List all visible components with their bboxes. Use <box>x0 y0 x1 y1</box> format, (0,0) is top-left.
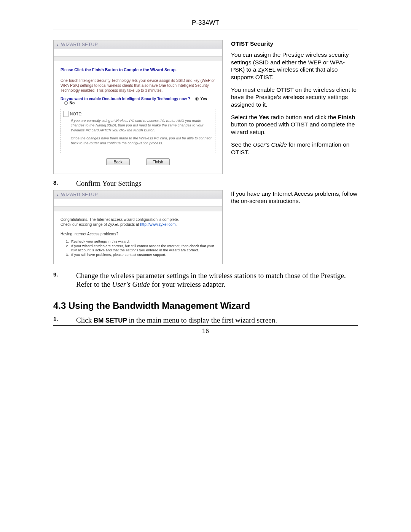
confirm-side-text: If you have any Internet Access problems… <box>231 190 358 205</box>
wizard2-li2: 2.If your wizard entries are correct, bu… <box>61 244 215 252</box>
s431-pre: Click <box>76 316 94 324</box>
otist-p4-pre: See the <box>231 141 253 148</box>
wizard2-line2: Check our exciting range of ZyXEL produc… <box>61 222 215 227</box>
radio-yes[interactable] <box>195 97 199 101</box>
s431-bold: BM SETUP <box>94 317 127 324</box>
page-number: 16 <box>0 328 411 335</box>
wizard1-subbar2 <box>54 57 222 61</box>
wizard2-problems: Having Internet Access problems? <box>61 232 215 236</box>
opt-yes-label: Yes <box>201 97 207 101</box>
otist-p3-mid: radio button and click the <box>269 114 338 120</box>
note-text-2: Once the changes have been made to the W… <box>71 136 212 146</box>
step-9-text: Change the wireless parameter settings i… <box>76 271 358 289</box>
wizard2-titlebar: ▸WIZARD SETUP <box>54 190 222 199</box>
wizard1-title: WIZARD SETUP <box>61 42 98 47</box>
wizard-setup-panel-1: ▸WIZARD SETUP Please Click the Finish Bu… <box>53 40 223 174</box>
wizard2-line1: Congratulations. The Internet access wiz… <box>61 217 215 222</box>
step-9: 9. Change the wireless parameter setting… <box>53 271 358 289</box>
radio-no[interactable] <box>64 101 68 105</box>
wizard2-li1: 1.Recheck your settings in this wizard. <box>61 239 215 243</box>
step-8-title: Confirm Your Settings <box>76 179 142 188</box>
otist-p2: You must enable OTIST on the wireless cl… <box>231 86 358 108</box>
note-label: NOTE: <box>70 112 212 117</box>
footer-rule <box>53 325 358 326</box>
wizard2-li3: 3.If you still have problems, please con… <box>61 252 215 257</box>
wizard2-list: 1.Recheck your settings in this wizard. … <box>61 239 215 257</box>
wizard1-subbar <box>54 49 222 57</box>
wizard1-headline: Please Click the Finish Button to Comple… <box>61 67 215 72</box>
otist-p3-pre: Select the <box>231 114 259 120</box>
step9-post: for your wireless adapter. <box>150 280 225 288</box>
wizard1-note: NOTE: If you are currently using a Wirel… <box>61 109 215 153</box>
step-4-3-1-text: Click BM SETUP in the main menu to displ… <box>76 316 358 325</box>
otist-p3-yes: Yes <box>259 114 269 120</box>
otist-p1: You can assign the Prestige wireless sec… <box>231 51 358 81</box>
back-button[interactable]: Back <box>106 158 130 165</box>
otist-p3-post: button to proceed with OTIST and complet… <box>231 121 355 135</box>
wizard2-subbar <box>54 199 222 207</box>
step-8-number: 8. <box>53 179 76 188</box>
finish-button[interactable]: Finish <box>146 158 170 165</box>
step-9-number: 9. <box>53 271 76 289</box>
wizard1-question-row: Do you want to enable One-touch Intellig… <box>61 97 215 105</box>
header-rule <box>53 29 358 29</box>
wizard2-subbar2 <box>54 207 222 211</box>
caret-icon: ▸ <box>57 43 59 47</box>
otist-p3-finish: Finish <box>338 114 355 120</box>
otist-p4: See the User's Guide for more informatio… <box>231 141 358 156</box>
step-8: 8. Confirm Your Settings <box>53 179 358 188</box>
otist-heading: OTIST Security <box>231 40 358 47</box>
otist-p4-ital: User's Guide <box>253 141 287 148</box>
caret-icon: ▸ <box>57 193 59 197</box>
note-text-1: If you are currently using a Wireless PC… <box>71 118 212 133</box>
wizard1-titlebar: ▸WIZARD SETUP <box>54 40 222 49</box>
wizard1-desc: One-touch Intelligent Security Technolog… <box>61 78 215 93</box>
page-header-model: P-334WT <box>53 19 358 27</box>
otist-p3: Select the Yes radio button and click th… <box>231 113 358 136</box>
section-4-3-heading: 4.3 Using the Bandwidth Management Wizar… <box>53 300 358 311</box>
step-4-3-1: 1. Click BM SETUP in the main menu to di… <box>53 316 358 325</box>
wizard2-line2-post: . <box>176 222 177 227</box>
note-icon <box>63 111 68 117</box>
opt-no-label: No <box>70 101 75 105</box>
step9-ital: User's Guide <box>112 280 150 288</box>
s431-post: in the main menu to display the first wi… <box>127 316 277 324</box>
wizard2-link[interactable]: http://www.zyxel.com <box>140 222 175 227</box>
wizard2-line2-pre: Check our exciting range of ZyXEL produc… <box>61 222 140 227</box>
wizard2-title: WIZARD SETUP <box>61 192 98 197</box>
wizard1-question: Do you want to enable One-touch Intellig… <box>61 97 190 101</box>
step-4-3-1-number: 1. <box>53 316 76 325</box>
page-footer: 16 <box>0 325 411 335</box>
wizard-setup-panel-2: ▸WIZARD SETUP Congratulations. The Inter… <box>53 190 223 264</box>
